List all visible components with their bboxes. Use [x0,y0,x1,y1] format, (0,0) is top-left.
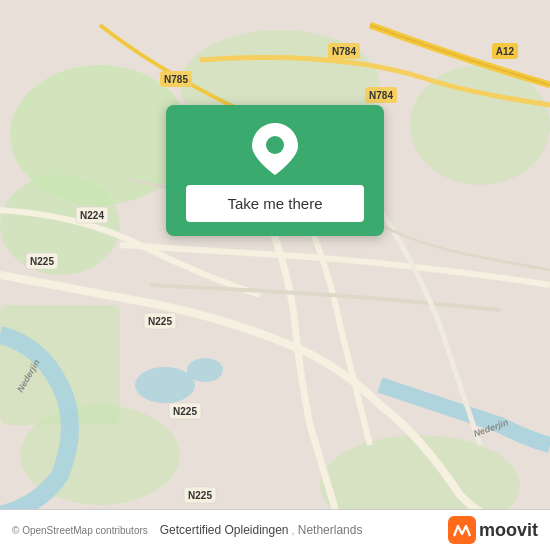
location-pin-icon [252,123,298,175]
map-background: N784 A12 N785 N784 N224 N225 N225 N225 N… [0,0,550,550]
osm-credit: © OpenStreetMap contributors [12,525,148,536]
svg-text:N785: N785 [164,74,188,85]
moovit-icon [448,516,476,544]
svg-point-2 [0,175,120,275]
svg-text:N225: N225 [173,406,197,417]
footer-right: moovit [448,516,538,544]
svg-text:N224: N224 [80,210,104,221]
svg-rect-31 [448,516,476,544]
map-container: N784 A12 N785 N784 N224 N225 N225 N225 N… [0,0,550,550]
svg-point-8 [135,367,195,403]
svg-text:N225: N225 [30,256,54,267]
svg-text:N225: N225 [148,316,172,327]
svg-point-4 [410,65,550,185]
moovit-logo: moovit [448,516,538,544]
take-me-there-button[interactable]: Take me there [186,185,364,222]
svg-point-9 [187,358,223,382]
location-name: Getcertified Opleidingen [160,523,289,537]
svg-text:N225: N225 [188,490,212,501]
svg-point-30 [266,136,284,154]
footer-left: © OpenStreetMap contributors Getcertifie… [12,523,362,537]
footer-bar: © OpenStreetMap contributors Getcertifie… [0,509,550,550]
location-country: Netherlands [298,523,363,537]
svg-text:N784: N784 [332,46,356,57]
svg-text:A12: A12 [496,46,515,57]
svg-text:N784: N784 [369,90,393,101]
moovit-text: moovit [479,520,538,541]
popup-card: Take me there [166,105,384,236]
